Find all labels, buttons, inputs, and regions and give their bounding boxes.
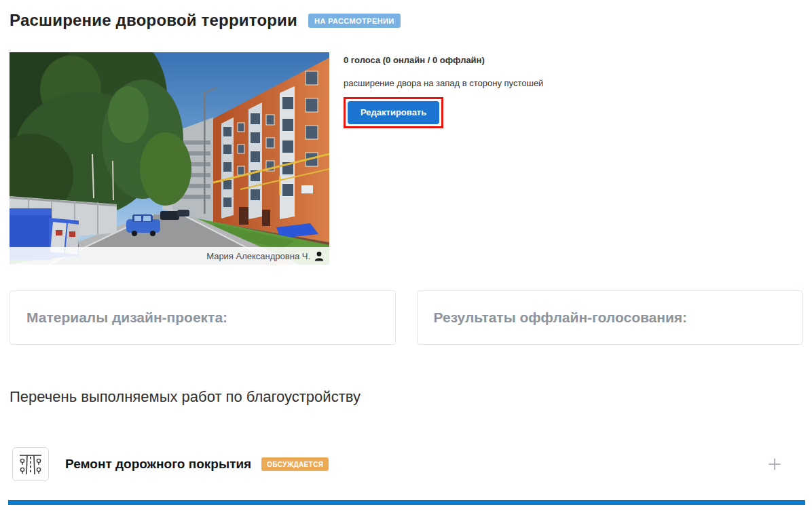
proposal-info: 0 голоса (0 онлайн / 0 оффлайн) расширен… bbox=[344, 52, 543, 265]
footer-accent-bar bbox=[8, 500, 805, 505]
offline-results-label: Результаты оффлайн-голосования: bbox=[434, 309, 688, 326]
proposal-photo: НА СВЯЗИ Мария Александровна Ч. bbox=[10, 52, 329, 265]
work-status-badge: ОБСУЖДАЕТСЯ bbox=[261, 457, 329, 471]
edit-button[interactable]: Редактировать bbox=[348, 101, 439, 124]
work-item-road-repair[interactable]: Ремонт дорожного покрытия ОБСУЖДАЕТСЯ bbox=[10, 447, 802, 481]
photo-credit: Мария Александровна Ч. bbox=[206, 251, 310, 261]
proposal-main: НА СВЯЗИ Мария Александровна Ч. 0 голоса… bbox=[10, 52, 802, 265]
person-icon bbox=[314, 251, 324, 261]
info-panels: Материалы дизайн-проекта: Результаты офф… bbox=[10, 290, 802, 345]
design-materials-panel: Материалы дизайн-проекта: bbox=[10, 290, 396, 345]
work-item-title: Ремонт дорожного покрытия bbox=[65, 457, 251, 472]
highlight-annotation: Редактировать bbox=[344, 97, 443, 128]
photo-credit-bar: Мария Александровна Ч. bbox=[10, 247, 329, 265]
proposal-page: Расширение дворовой территории НА РАССМО… bbox=[0, 0, 812, 505]
page-title: Расширение дворовой территории bbox=[10, 11, 297, 30]
plus-icon[interactable] bbox=[769, 458, 781, 470]
street-photo-illustration bbox=[10, 52, 329, 265]
design-materials-label: Материалы дизайн-проекта: bbox=[26, 309, 227, 326]
offline-results-panel: Результаты оффлайн-голосования: bbox=[417, 290, 803, 345]
votes-summary: 0 голоса (0 онлайн / 0 оффлайн) bbox=[344, 55, 543, 65]
status-badge: НА РАССМОТРЕНИИ bbox=[308, 14, 401, 28]
works-section-heading: Перечень выполняемых работ по благоустро… bbox=[10, 388, 802, 406]
proposal-description: расширение двора на запад в сторону пуст… bbox=[344, 78, 543, 88]
page-header: Расширение дворовой территории НА РАССМО… bbox=[10, 11, 802, 30]
road-repair-icon bbox=[12, 447, 49, 481]
